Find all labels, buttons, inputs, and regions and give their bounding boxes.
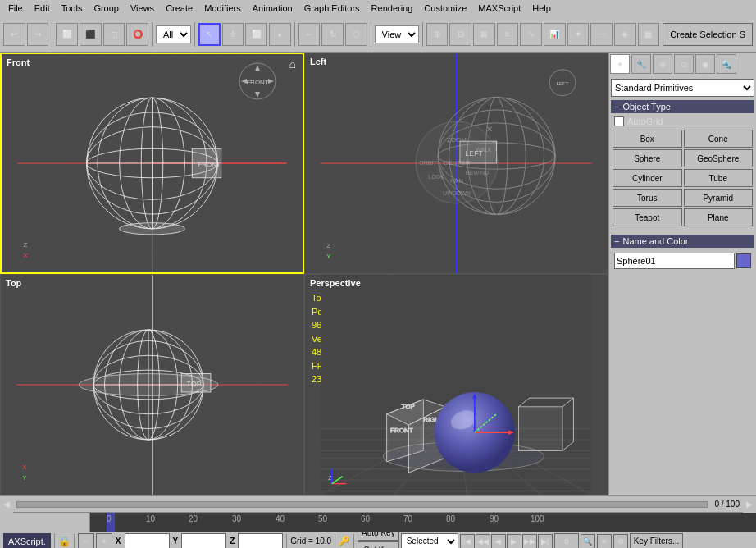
layers-btn[interactable]: ≡ [597,534,612,549]
svg-rect-145 [518,407,562,451]
menu-create[interactable]: Create [161,3,198,13]
utilities-tab[interactable]: 🔩 [717,54,736,74]
menu-edit[interactable]: Edit [30,3,55,13]
timeline-right-arrow[interactable]: ▶ [743,496,756,513]
select-object-button[interactable]: ⬜ [56,23,78,46]
move-button[interactable]: ↔ [298,23,321,46]
rotate-button[interactable]: ↻ [321,23,344,46]
curve-button[interactable]: ∿ [520,23,542,46]
particle-button[interactable]: ✦ [567,23,590,46]
x-coord-input[interactable] [125,533,170,549]
timeline-bar[interactable] [16,501,708,508]
set-key-button[interactable]: Set Key [358,541,399,548]
create-tab[interactable]: ✦ [610,54,630,74]
display-tab[interactable]: ◉ [695,54,715,74]
pyramid-button[interactable]: Pyramid [684,189,754,207]
sphere-button[interactable]: Sphere [613,149,682,167]
menu-file[interactable]: File [3,3,28,13]
config-btn[interactable]: ⚙ [613,534,628,549]
prev-frame-btn-2[interactable]: ◀ [491,534,506,549]
plane-button[interactable]: Plane [684,208,754,226]
key-filters-button[interactable]: Key Filters... [630,533,684,549]
select-paint-button[interactable]: ⭕ [126,23,148,46]
render-btn[interactable]: ▦ [638,23,660,46]
minus-icon[interactable]: − [614,102,619,112]
teapot-button[interactable]: Teapot [613,208,682,226]
status-sep3 [286,534,287,549]
material-button[interactable]: ◈ [614,23,636,46]
torus-button[interactable]: Torus [613,189,682,207]
view-dropdown[interactable]: View [375,25,419,43]
select-region-button[interactable]: ⬛ [80,23,102,46]
ribbon-button[interactable]: ⋯ [590,23,613,46]
menu-maxscript[interactable]: MAXScript [473,3,526,13]
scale-button[interactable]: ⬧ [269,23,291,46]
mirror-button[interactable]: ⊞ [426,23,449,46]
go-start-btn[interactable]: |◀ [460,534,475,549]
viewport-top[interactable]: Top [0,274,304,495]
right-panel: ✦ 🔧 ⊕ ⊙ ◉ 🔩 Standard Primitives − Object… [608,53,756,495]
timeline-left-arrow[interactable]: ◀ [0,496,13,513]
menu-rendering[interactable]: Rendering [367,3,418,13]
menu-modifiers[interactable]: Modifiers [199,3,246,13]
select-region-rect-button[interactable]: ⬜ [245,23,267,46]
modify-tab[interactable]: 🔧 [631,54,651,74]
menu-group[interactable]: Group [89,3,124,13]
svg-text:ORBIT: ORBIT [419,160,437,166]
lock-icon[interactable]: 🔒 [58,536,71,547]
next-frame-btn[interactable]: ▶| [538,534,553,549]
menu-help[interactable]: Help [527,3,556,13]
search-btn[interactable]: 🔍 [581,534,595,549]
create-selection-button[interactable]: Create Selection S [663,23,753,46]
scale-uniform-button[interactable]: ⬡ [345,23,367,46]
prev-frame-btn[interactable]: ← [78,533,94,549]
redo-button[interactable]: ↪ [27,23,49,46]
select-move-button[interactable]: ✛ [222,23,244,46]
graph-button[interactable]: 📊 [544,23,566,46]
layer-button[interactable]: ≡ [497,23,519,46]
track-numbers[interactable]: 0 10 20 30 40 50 60 70 80 90 100 [90,513,756,532]
snap-button[interactable]: ⊠ [473,23,495,46]
prev-key-btn[interactable]: ◀◀ [476,534,490,549]
play-all-btn[interactable]: ▶▶ [522,534,537,549]
menu-graph-editors[interactable]: Graph Editors [299,3,365,13]
menu-customize[interactable]: Customize [419,3,471,13]
svg-text:Z: Z [24,241,28,249]
filter-dropdown[interactable]: All [156,25,191,43]
play-btn[interactable]: ▶ [507,534,521,549]
select-button[interactable]: ↖ [198,23,221,46]
y-coord-input[interactable] [181,533,226,549]
undo-button[interactable]: ↩ [3,23,25,46]
viewport-left[interactable]: Left [304,53,608,274]
viewport-perspective[interactable]: Perspective Total Polys: 960 Verts: 482 … [304,274,608,495]
top-viewport-svg: TOP X Y [1,275,303,495]
z-coord-input[interactable] [238,533,283,549]
svg-text:X: X [22,464,27,471]
hierarchy-tab[interactable]: ⊕ [653,54,672,74]
viewport-front[interactable]: Front ⌂ FRONT [0,53,304,274]
menu-animation[interactable]: Animation [248,3,298,13]
svg-text:FRONT: FRONT [198,161,221,168]
autogrid-checkbox[interactable] [614,116,624,126]
select-lasso-button[interactable]: ◻ [103,23,125,46]
box-button[interactable]: Box [613,130,682,148]
time-field[interactable]: 0 [554,533,579,549]
menu-tools[interactable]: Tools [57,3,88,13]
tube-button[interactable]: Tube [684,169,754,187]
svg-marker-5 [268,79,274,84]
color-swatch[interactable] [736,253,751,268]
menu-views[interactable]: Views [125,3,159,13]
svg-text:Y: Y [326,253,331,260]
geosphere-button[interactable]: GeoSphere [684,149,754,167]
cone-button[interactable]: Cone [684,130,754,148]
primitives-dropdown[interactable]: Standard Primitives [611,79,754,97]
motion-tab[interactable]: ⊙ [674,54,694,74]
home-icon[interactable]: ⌂ [289,57,296,71]
minus-icon-2[interactable]: − [614,236,619,246]
top-label: Top [6,278,21,288]
key-add-btn[interactable]: + [96,533,112,549]
object-name-input[interactable] [614,253,735,269]
selected-dropdown[interactable]: Selected [401,533,458,549]
cylinder-button[interactable]: Cylinder [613,169,682,187]
align-button[interactable]: ⊟ [449,23,471,46]
